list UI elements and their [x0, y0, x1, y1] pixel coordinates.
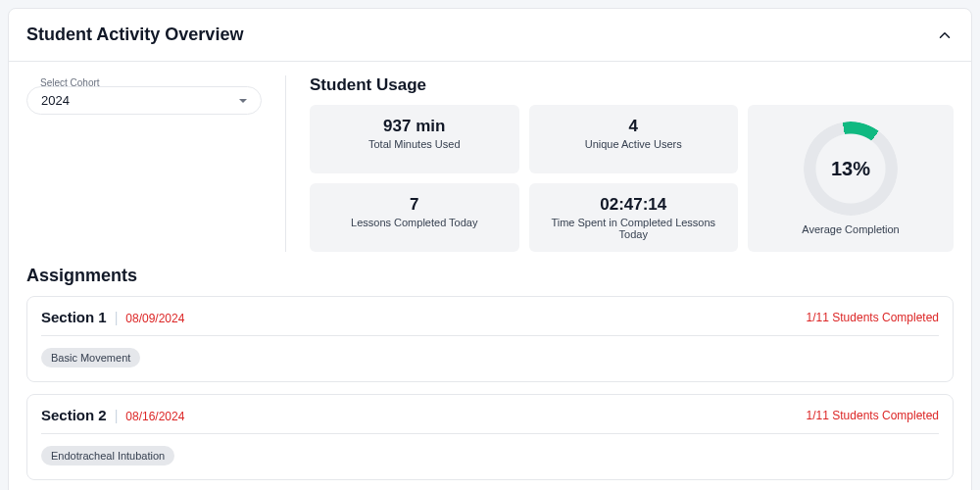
- stat-time-spent-today: 02:47:14 Time Spent in Completed Lessons…: [529, 183, 739, 252]
- assignment-header-left: Section 1 | 08/09/2024: [41, 309, 184, 325]
- assignments-title: Assignments: [26, 266, 954, 286]
- card-header: Student Activity Overview: [9, 9, 971, 62]
- completion-percent: 13%: [804, 122, 898, 216]
- stat-value: 4: [537, 117, 731, 136]
- stat-label: Unique Active Users: [537, 138, 731, 150]
- assignment-card: Section 2 | 08/16/2024 1/11 Students Com…: [26, 394, 954, 480]
- stat-label: Time Spent in Completed Lessons Today: [537, 217, 731, 240]
- section-title: Section 2: [41, 407, 107, 423]
- cohort-value: 2024: [41, 93, 70, 108]
- card-body: Select Cohort 2024 Student Usage 937 min…: [9, 62, 971, 490]
- stat-lessons-today: 7 Lessons Completed Today: [310, 183, 519, 252]
- cohort-select[interactable]: 2024: [26, 86, 262, 115]
- usage-stats: 937 min Total Minutes Used 4 Unique Acti…: [310, 105, 738, 252]
- section-date: 08/16/2024: [125, 410, 184, 423]
- stat-value: 937 min: [318, 117, 512, 136]
- overview-top-row: Select Cohort 2024 Student Usage 937 min…: [26, 75, 954, 252]
- stat-label: Total Minutes Used: [318, 138, 512, 150]
- section-title: Section 1: [41, 309, 107, 325]
- usage-title: Student Usage: [310, 75, 954, 95]
- divider: |: [115, 408, 119, 423]
- assignment-tag[interactable]: Basic Movement: [41, 348, 140, 368]
- stat-label: Lessons Completed Today: [318, 217, 512, 228]
- stat-total-minutes: 937 min Total Minutes Used: [310, 105, 519, 173]
- assignment-header: Section 1 | 08/09/2024 1/11 Students Com…: [41, 309, 939, 336]
- caret-down-icon: [239, 99, 247, 103]
- completion-donut: 13%: [804, 122, 898, 216]
- completion-label: Average Completion: [802, 223, 899, 235]
- stat-value: 7: [318, 195, 512, 215]
- divider: |: [115, 310, 119, 325]
- stat-value: 02:47:14: [537, 195, 731, 215]
- stat-average-completion: 13% Average Completion: [748, 105, 954, 252]
- cohort-column: Select Cohort 2024: [26, 75, 286, 252]
- section-date: 08/09/2024: [125, 312, 184, 325]
- stat-unique-users: 4 Unique Active Users: [529, 105, 739, 173]
- page-title: Student Activity Overview: [26, 24, 243, 45]
- section-status: 1/11 Students Completed: [807, 311, 939, 324]
- section-status: 1/11 Students Completed: [807, 409, 939, 422]
- usage-column: Student Usage 937 min Total Minutes Used…: [310, 75, 954, 252]
- assignment-tag[interactable]: Endotracheal Intubation: [41, 446, 174, 466]
- assignment-header-left: Section 2 | 08/16/2024: [41, 407, 184, 423]
- usage-grid: 937 min Total Minutes Used 4 Unique Acti…: [310, 105, 954, 252]
- assignment-card: Section 1 | 08/09/2024 1/11 Students Com…: [26, 296, 954, 382]
- chevron-up-icon[interactable]: [936, 26, 954, 44]
- overview-card: Student Activity Overview Select Cohort …: [8, 8, 972, 490]
- assignment-header: Section 2 | 08/16/2024 1/11 Students Com…: [41, 407, 939, 434]
